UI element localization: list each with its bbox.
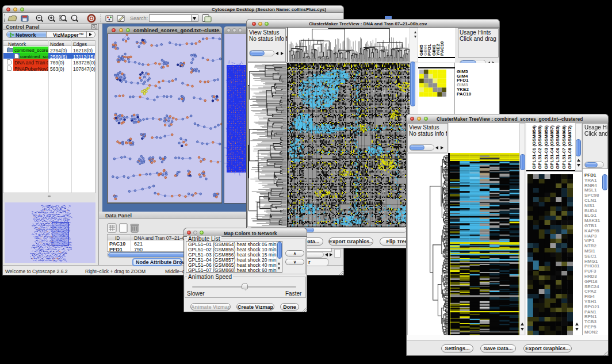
svg-text::: : (73, 17, 74, 20)
